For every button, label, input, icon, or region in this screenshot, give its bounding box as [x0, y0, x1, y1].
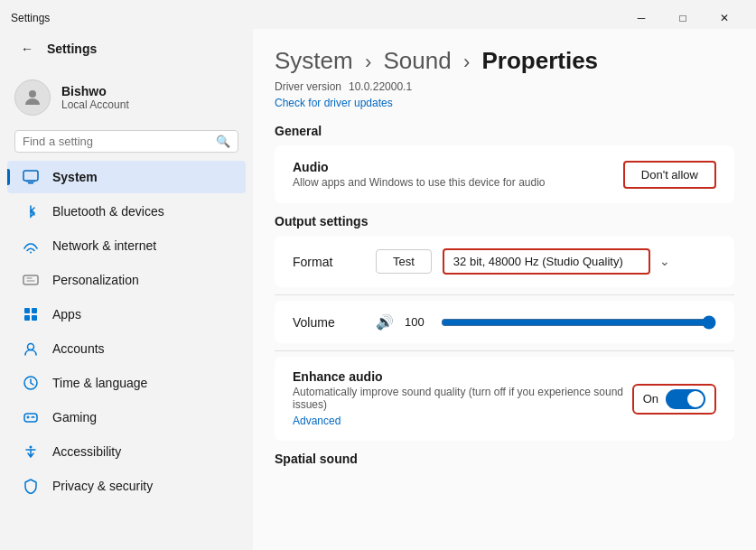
general-section-header: General [275, 124, 734, 138]
back-arrow-icon: ← [21, 42, 33, 56]
privacy-icon [22, 477, 40, 495]
advanced-link[interactable]: Advanced [293, 415, 341, 427]
driver-version-label: Driver version [275, 80, 341, 93]
audio-info: Audio Allow apps and Windows to use this… [293, 160, 546, 189]
svg-rect-8 [24, 315, 30, 321]
volume-value: 100 [405, 315, 430, 329]
nav-list: System Bluetooth & devices [0, 160, 253, 503]
format-select-wrapper: 32 bit, 48000 Hz (Studio Quality) 24 bit… [443, 248, 677, 275]
back-button[interactable]: ← [14, 36, 40, 61]
system-icon [22, 168, 40, 186]
sidebar-item-time[interactable]: Time & language [7, 367, 246, 399]
sidebar-item-network-label: Network & internet [52, 238, 156, 253]
accounts-icon [22, 340, 40, 358]
svg-point-10 [28, 344, 34, 350]
personalization-icon [22, 271, 40, 289]
titlebar: Settings ─ □ ✕ [0, 0, 756, 29]
enhance-title: Enhance audio [293, 369, 632, 384]
svg-point-4 [30, 252, 32, 254]
test-button[interactable]: Test [376, 249, 432, 274]
titlebar-left: Settings [11, 12, 50, 24]
svg-point-14 [30, 446, 33, 449]
audio-sublabel: Allow apps and Windows to use this devic… [293, 176, 546, 189]
sidebar-item-network[interactable]: Network & internet [7, 229, 246, 262]
enhance-audio-card: Enhance audio Automatically improve soun… [275, 357, 734, 441]
breadcrumb-sep1: › [365, 51, 371, 73]
volume-icon: 🔊 [376, 313, 394, 331]
svg-rect-12 [24, 414, 37, 422]
sidebar-item-system[interactable]: System [7, 161, 246, 193]
format-select[interactable]: 32 bit, 48000 Hz (Studio Quality) 24 bit… [443, 248, 650, 275]
accessibility-icon [22, 443, 40, 461]
svg-point-13 [33, 416, 33, 417]
toggle-label: On [643, 392, 658, 406]
search-input[interactable] [23, 135, 216, 148]
format-card: Format Test 32 bit, 48000 Hz (Studio Qua… [275, 236, 734, 287]
gaming-icon [22, 408, 40, 426]
user-account-type: Local Account [61, 98, 129, 111]
sidebar-item-personalization-label: Personalization [52, 273, 139, 287]
enhance-subtitle: Automatically improve sound quality (tur… [293, 386, 632, 411]
search-box: 🔍 [14, 130, 238, 153]
sidebar-item-bluetooth-label: Bluetooth & devices [52, 204, 164, 219]
driver-version-value: 10.0.22000.1 [349, 80, 412, 93]
breadcrumb-system: System [275, 47, 353, 74]
format-label: Format [293, 255, 365, 269]
svg-rect-6 [24, 308, 30, 313]
divider1 [275, 294, 734, 295]
user-name: Bishwo [61, 84, 129, 98]
enhance-row: Enhance audio Automatically improve soun… [293, 369, 716, 428]
breadcrumb: System › Sound › Properties [275, 47, 734, 75]
spatial-sound-header: Spatial sound [275, 452, 734, 466]
content-area: System › Sound › Properties Driver versi… [253, 29, 756, 550]
apps-icon [22, 305, 40, 323]
sidebar-item-privacy-label: Privacy & security [52, 479, 153, 493]
app-body: ← Settings Bishwo Local Account 🔍 [0, 29, 756, 550]
enhance-left: Enhance audio Automatically improve soun… [293, 369, 632, 428]
svg-rect-7 [32, 308, 37, 313]
divider2 [275, 350, 734, 351]
sidebar-item-accessibility[interactable]: Accessibility [7, 435, 246, 468]
sidebar-item-time-label: Time & language [52, 376, 147, 390]
svg-rect-2 [28, 182, 33, 184]
sidebar-item-apps[interactable]: Apps [7, 298, 246, 331]
sidebar-item-personalization[interactable]: Personalization [7, 264, 246, 296]
titlebar-title: Settings [11, 12, 50, 24]
svg-rect-3 [26, 182, 35, 182]
check-driver-link[interactable]: Check for driver updates [275, 97, 734, 109]
network-icon [22, 237, 40, 255]
audio-card: Audio Allow apps and Windows to use this… [275, 145, 734, 203]
audio-card-row: Audio Allow apps and Windows to use this… [293, 160, 716, 189]
sidebar-item-system-label: System [52, 170, 98, 184]
breadcrumb-sound: Sound [383, 47, 451, 74]
sidebar: ← Settings Bishwo Local Account 🔍 [0, 29, 253, 550]
user-profile[interactable]: Bishwo Local Account [0, 69, 253, 126]
sidebar-item-bluetooth[interactable]: Bluetooth & devices [7, 195, 246, 228]
sidebar-item-accounts[interactable]: Accounts [7, 332, 246, 365]
avatar [14, 79, 51, 116]
user-info: Bishwo Local Account [61, 84, 129, 111]
sidebar-item-gaming[interactable]: Gaming [7, 401, 246, 433]
sidebar-item-gaming-label: Gaming [52, 410, 97, 424]
app-title-label: Settings [47, 42, 97, 56]
search-icon: 🔍 [216, 135, 230, 148]
svg-point-0 [29, 90, 36, 98]
volume-row: Volume 🔊 100 [293, 313, 716, 331]
svg-rect-9 [32, 315, 37, 321]
output-section-header: Output settings [275, 214, 734, 228]
enhance-toggle[interactable] [666, 389, 705, 409]
audio-label: Audio [293, 160, 546, 174]
toggle-knob [687, 391, 704, 407]
sidebar-item-accounts-label: Accounts [52, 341, 105, 356]
dont-allow-button[interactable]: Don't allow [623, 161, 716, 189]
time-icon [22, 374, 40, 392]
volume-slider[interactable] [441, 315, 716, 330]
volume-label: Volume [293, 315, 365, 330]
sidebar-item-privacy[interactable]: Privacy & security [7, 470, 246, 502]
sidebar-item-accessibility-label: Accessibility [52, 444, 121, 459]
breadcrumb-properties: Properties [481, 47, 598, 74]
volume-card: Volume 🔊 100 [275, 301, 734, 343]
format-row: Format Test 32 bit, 48000 Hz (Studio Qua… [293, 248, 716, 275]
driver-info-row: Driver version 10.0.22000.1 [275, 80, 734, 95]
bluetooth-icon [22, 202, 40, 220]
